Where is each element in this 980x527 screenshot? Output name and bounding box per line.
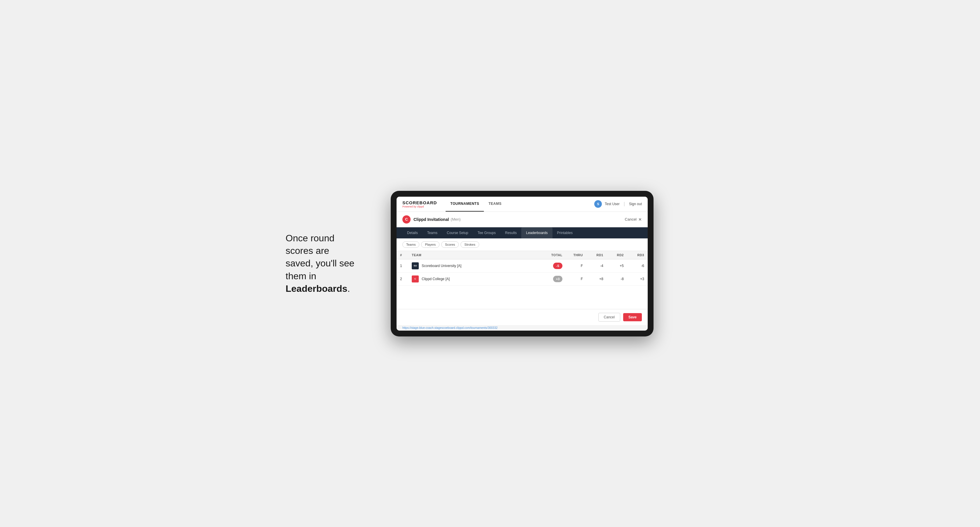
col-header-rank: # <box>396 251 408 259</box>
top-nav: SCOREBOARD Powered by clippd Tournaments… <box>396 197 648 212</box>
row1-team-col: SU Scoreboard University [A] <box>412 262 539 269</box>
tab-details[interactable]: Details <box>402 227 423 238</box>
col-header-thru: Thru <box>566 251 586 259</box>
status-bar: https://stage-blue-coach.stagescoeboard.… <box>396 325 648 331</box>
tab-printables[interactable]: Printables <box>552 227 578 238</box>
logo-area: SCOREBOARD Powered by clippd <box>402 200 437 208</box>
tournament-title: Clippd Invitational <box>414 217 449 222</box>
side-text-line3: saved, you'll see <box>286 258 355 268</box>
row1-team-name: Scoreboard University [A] <box>422 264 461 268</box>
row1-score-badge: -5 <box>553 263 562 269</box>
filter-bar: Teams Players Scores Strokes <box>396 238 648 251</box>
row1-team-cell: SU Scoreboard University [A] <box>408 259 542 272</box>
top-nav-links: Tournaments Teams <box>445 197 594 212</box>
row2-rd3: +3 <box>627 272 648 286</box>
row1-total: -5 <box>542 259 566 272</box>
table-header-row: # Team Total Thru RD1 RD2 RD3 <box>396 251 648 259</box>
leaderboard-table: # Team Total Thru RD1 RD2 RD3 1 <box>396 251 648 286</box>
tablet-screen: SCOREBOARD Powered by clippd Tournaments… <box>396 197 648 331</box>
logo-powered: Powered by clippd <box>402 205 437 208</box>
col-header-rd3: RD3 <box>627 251 648 259</box>
row2-team-col: C Clippd College [A] <box>412 275 539 283</box>
row2-team-name: Clippd College [A] <box>422 277 450 281</box>
side-text: Once round scores are saved, you'll see … <box>286 232 368 295</box>
footer: Cancel Save <box>396 309 648 325</box>
tournament-icon: C <box>402 215 410 224</box>
side-text-line4: them in <box>286 271 316 281</box>
row1-rank: 1 <box>396 259 408 272</box>
tournament-subtitle: (Men) <box>450 217 460 221</box>
row1-thru: F <box>566 259 586 272</box>
tab-course-setup[interactable]: Course Setup <box>442 227 473 238</box>
row2-score-badge: +3 <box>553 276 562 282</box>
side-text-line2: scores are <box>286 245 329 256</box>
nav-link-teams[interactable]: Teams <box>484 197 506 212</box>
side-text-punctuation: . <box>347 283 350 294</box>
filter-teams[interactable]: Teams <box>402 241 419 248</box>
row2-team-cell: C Clippd College [A] <box>408 272 542 286</box>
status-url: https://stage-blue-coach.stagescoeboard.… <box>402 326 498 329</box>
row2-thru: F <box>566 272 586 286</box>
tab-teams[interactable]: Teams <box>423 227 442 238</box>
user-name: Test User <box>605 202 620 206</box>
page-wrapper: Once round scores are saved, you'll see … <box>286 191 694 337</box>
row2-rd2: -8 <box>607 272 627 286</box>
tab-results[interactable]: Results <box>500 227 521 238</box>
table-row: 2 C Clippd College [A] +3 F +8 -8 <box>396 272 648 286</box>
filter-strokes[interactable]: Strokes <box>460 241 479 248</box>
tablet-frame: SCOREBOARD Powered by clippd Tournaments… <box>391 191 654 337</box>
tournament-cancel[interactable]: Cancel ✕ <box>625 217 642 222</box>
row1-rd3: -6 <box>627 259 648 272</box>
row2-total: +3 <box>542 272 566 286</box>
cancel-button[interactable]: Cancel <box>598 313 620 322</box>
side-text-line1: Once round <box>286 233 334 243</box>
row2-rd1: +8 <box>586 272 607 286</box>
row2-team-logo: C <box>412 275 419 283</box>
row1-rd1: -4 <box>586 259 607 272</box>
cancel-label: Cancel <box>625 217 636 221</box>
col-header-total: Total <box>542 251 566 259</box>
nav-link-tournaments[interactable]: Tournaments <box>445 197 484 212</box>
row1-rd2: +5 <box>607 259 627 272</box>
save-button[interactable]: Save <box>623 313 642 321</box>
user-avatar: S <box>594 200 602 208</box>
side-text-bold: Leaderboards <box>286 283 347 294</box>
close-icon: ✕ <box>638 217 642 222</box>
sub-nav: Details Teams Course Setup Tee Groups Re… <box>396 227 648 238</box>
row1-team-logo: SU <box>412 262 419 269</box>
tournament-header: C Clippd Invitational (Men) Cancel ✕ <box>396 212 648 227</box>
top-nav-right: S Test User | Sign out <box>594 200 642 208</box>
tab-tee-groups[interactable]: Tee Groups <box>473 227 500 238</box>
table-row: 1 SU Scoreboard University [A] -5 F -4 <box>396 259 648 272</box>
tab-leaderboards[interactable]: Leaderboards <box>521 227 552 238</box>
col-header-rd2: RD2 <box>607 251 627 259</box>
row2-rank: 2 <box>396 272 408 286</box>
col-header-team: Team <box>408 251 542 259</box>
logo-text: SCOREBOARD <box>402 200 437 205</box>
filter-scores[interactable]: Scores <box>441 241 459 248</box>
sign-out-link[interactable]: Sign out <box>629 202 642 206</box>
col-header-rd1: RD1 <box>586 251 607 259</box>
filter-players[interactable]: Players <box>421 241 439 248</box>
